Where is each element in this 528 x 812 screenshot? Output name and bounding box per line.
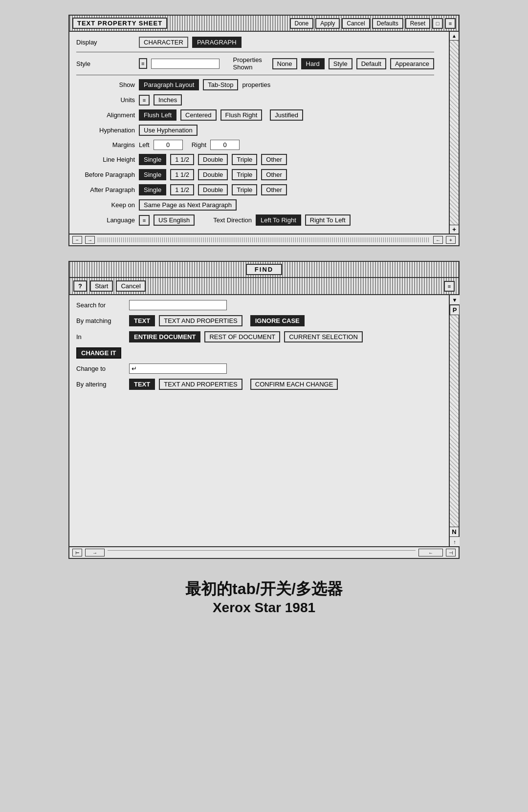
bottom-left-btn[interactable]: ← (433, 236, 443, 244)
prop-hard-btn[interactable]: Hard (301, 58, 325, 69)
language-label: Language (76, 216, 135, 224)
change-to-input[interactable] (129, 363, 227, 374)
bp-triple-btn[interactable]: Triple (232, 169, 257, 180)
ba-text-btn[interactable]: TEXT (129, 379, 155, 390)
align-justified-btn[interactable]: Justified (270, 109, 303, 121)
find-bottom-bar: ⊢ → ← ⊣ (69, 546, 459, 558)
find-question-btn[interactable]: ? (73, 280, 87, 292)
td-left-to-right-btn[interactable]: Left To Right (256, 214, 301, 226)
reset-button[interactable]: Reset (405, 18, 430, 29)
lh-single-btn[interactable]: Single (139, 154, 166, 165)
in-label: In (76, 333, 125, 341)
caption-english: Xerox Star 1981 (185, 600, 343, 616)
lh-1half-btn[interactable]: 1 1/2 (170, 154, 194, 165)
bm-text-and-props-btn[interactable]: TEXT AND PROPERTIES (159, 315, 242, 326)
find-n-label: N (450, 527, 459, 536)
find-cancel-btn[interactable]: Cancel (116, 280, 145, 292)
ap-triple-btn[interactable]: Triple (232, 184, 257, 195)
tps-toolbar-buttons: Done Apply Cancel Defaults Reset □ ≡ (290, 18, 456, 29)
in-entire-doc-btn[interactable]: ENTIRE DOCUMENT (129, 331, 200, 342)
cancel-button[interactable]: Cancel (342, 18, 370, 29)
search-for-input[interactable] (129, 300, 227, 310)
in-current-sel-btn[interactable]: CURRENT SELECTION (284, 331, 363, 342)
find-title: FIND (246, 264, 282, 275)
language-btn[interactable]: US English (154, 214, 195, 226)
before-paragraph-label: Before Paragraph (76, 171, 135, 178)
display-character-btn[interactable]: CHARACTER (139, 37, 188, 48)
line-height-label: Line Height (76, 156, 135, 163)
caption-chinese: 最初的tab/开关/多选器 (185, 578, 343, 600)
apply-button[interactable]: Apply (315, 18, 340, 29)
find-bottom-right-arrow[interactable]: → (85, 549, 105, 556)
prop-style-btn[interactable]: Style (329, 58, 352, 69)
style-input[interactable] (151, 59, 220, 69)
find-menu-icon[interactable]: ≡ (444, 281, 455, 292)
find-bottom-right-end[interactable]: ⊣ (446, 549, 456, 556)
td-right-to-left-btn[interactable]: Right To Left (305, 214, 351, 226)
in-rest-of-doc-btn[interactable]: REST OF DOCUMENT (204, 331, 280, 342)
ap-other-btn[interactable]: Other (261, 184, 287, 195)
bottom-minus-btn[interactable]: − (72, 236, 82, 244)
bm-ignore-case-btn[interactable]: IGNORE CASE (250, 315, 305, 326)
scroll-plus-btn[interactable]: + (450, 225, 459, 234)
hyphenation-btn[interactable]: Use Hyphenation (139, 125, 198, 136)
find-p-btn[interactable]: P (450, 305, 460, 315)
bp-single-btn[interactable]: Single (139, 169, 166, 180)
bm-text-btn[interactable]: TEXT (129, 315, 155, 326)
bp-other-btn[interactable]: Other (261, 169, 287, 180)
align-centered-btn[interactable]: Centered (180, 109, 216, 121)
keep-on-btn[interactable]: Same Page as Next Paragraph (139, 199, 237, 211)
lh-other-btn[interactable]: Other (261, 154, 287, 165)
find-start-btn[interactable]: Start (90, 280, 113, 292)
align-flush-left-btn[interactable]: Flush Left (139, 109, 176, 121)
scroll-up-btn[interactable]: ▲ (450, 32, 459, 41)
hyphenation-label: Hyphenation (76, 127, 135, 134)
margins-label: Margins (76, 141, 135, 149)
margins-right-input[interactable] (210, 140, 240, 150)
ap-double-btn[interactable]: Double (198, 184, 228, 195)
ap-single-btn[interactable]: Single (139, 184, 166, 195)
search-for-row: Search for (76, 300, 434, 310)
margins-left-input[interactable] (154, 140, 183, 150)
alignment-label: Alignment (76, 111, 135, 119)
ba-text-and-props-btn[interactable]: TEXT AND PROPERTIES (159, 379, 242, 390)
caption-section: 最初的tab/开关/多选器 Xerox Star 1981 (185, 578, 343, 616)
change-it-btn[interactable]: CHANGE IT (76, 347, 121, 359)
bp-1half-btn[interactable]: 1 1/2 (170, 169, 194, 180)
ba-confirm-btn[interactable]: CONFIRM EACH CHANGE (250, 379, 338, 390)
bp-double-btn[interactable]: Double (198, 169, 228, 180)
units-menu-icon[interactable]: ≡ (139, 95, 150, 106)
units-inches-btn[interactable]: Inches (154, 94, 182, 106)
lh-double-btn[interactable]: Double (198, 154, 228, 165)
language-menu-icon[interactable]: ≡ (139, 215, 150, 226)
hyphenation-row: Hyphenation Use Hyphenation (76, 125, 434, 136)
show-label: Show (76, 81, 135, 88)
by-matching-row: By matching TEXT TEXT AND PROPERTIES IGN… (76, 315, 434, 326)
show-paragraph-layout-btn[interactable]: Paragraph Layout (139, 79, 199, 90)
lh-triple-btn[interactable]: Triple (232, 154, 257, 165)
ap-1half-btn[interactable]: 1 1/2 (170, 184, 194, 195)
find-scroll-down-btn[interactable]: ▼ (450, 295, 460, 305)
defaults-button[interactable]: Defaults (372, 18, 403, 29)
bottom-right-btn[interactable]: → (85, 236, 95, 244)
show-tab-stop-btn[interactable]: Tab-Stop (203, 79, 238, 90)
text-property-sheet: TEXT PROPERTY SHEET Done Apply Cancel De… (68, 15, 460, 246)
prop-default-btn[interactable]: Default (356, 58, 386, 69)
after-paragraph-label: After Paragraph (76, 186, 135, 193)
window-icon-2[interactable]: ≡ (445, 18, 456, 29)
style-menu-icon[interactable]: ≡ (139, 58, 147, 69)
find-bottom-left-arrow[interactable]: ← (418, 549, 443, 556)
display-paragraph-btn[interactable]: PARAGRAPH (192, 37, 242, 48)
window-icon-1[interactable]: □ (432, 18, 443, 29)
margins-row: Margins Left Right (76, 140, 434, 150)
before-paragraph-row: Before Paragraph Single 1 1/2 Double Tri… (76, 169, 434, 180)
find-scroll-up-btn[interactable]: ↑ (450, 536, 460, 546)
prop-appearance-btn[interactable]: Appearance (390, 58, 434, 69)
find-bottom-left-start[interactable]: ⊢ (72, 549, 82, 556)
done-button[interactable]: Done (290, 18, 314, 29)
prop-none-btn[interactable]: None (272, 58, 297, 69)
bottom-plus-btn[interactable]: + (446, 236, 456, 244)
align-flush-right-btn[interactable]: Flush Right (220, 109, 263, 121)
show-suffix: properties (242, 81, 270, 88)
bottom-track (98, 237, 430, 242)
